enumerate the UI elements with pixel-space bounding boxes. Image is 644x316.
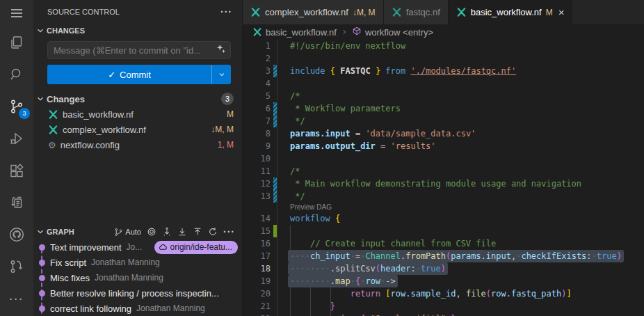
nextflow-file-icon xyxy=(250,7,261,17)
cloud-icon xyxy=(159,243,168,252)
menu-button[interactable] xyxy=(0,0,33,26)
line-number: 14 xyxy=(243,212,271,225)
commit-button-main[interactable]: ✓ Commit xyxy=(47,65,211,84)
graph-push-button[interactable] xyxy=(193,227,202,237)
generate-commit-message-button[interactable] xyxy=(216,44,226,56)
code-text[interactable]: // Create input channel from CSV file xyxy=(271,237,496,250)
commit-button-label: Commit xyxy=(120,70,151,80)
code-text[interactable]: ····ch_input·=·Channel.fromPath(params.i… xyxy=(271,250,624,262)
sidebar-item-run-debug[interactable] xyxy=(0,123,33,155)
graph-goto-current-button[interactable] xyxy=(147,227,156,237)
code-text[interactable]: * Main workflow demonstrating module usa… xyxy=(271,177,581,190)
file-row-nextflow-config[interactable]: ⚙ nextflow.config 1, M xyxy=(33,137,242,152)
graph-section-header[interactable]: GRAPH Auto ··· xyxy=(33,224,242,239)
changes-count-badge: 3 xyxy=(221,93,234,105)
sidebar-item-source-control-graph[interactable] xyxy=(0,251,33,283)
graph-auto-button[interactable]: Auto xyxy=(114,228,141,237)
tab-fastqc[interactable]: fastqc.nf xyxy=(384,0,449,24)
changes-tree-header[interactable]: Changes 3 xyxy=(33,91,242,106)
code-text[interactable] xyxy=(271,152,290,165)
code-text[interactable]: params.output_dir = 'results' xyxy=(271,140,436,152)
sidebar-title-row: SOURCE CONTROL ··· xyxy=(33,0,242,23)
code-text[interactable]: workflow { xyxy=(271,212,340,225)
code-line-16: 16 // Create input channel from CSV file xyxy=(243,237,644,250)
file-row-basic-workflow[interactable]: basic_workflow.nf M xyxy=(33,106,242,122)
line-number: 4 xyxy=(243,77,271,90)
gutter-added-marker xyxy=(273,225,277,237)
line-number: 22 xyxy=(243,313,271,316)
sidebar-spacer xyxy=(33,152,242,224)
line-number: 5 xyxy=(243,90,271,102)
changes-section-header[interactable]: CHANGES xyxy=(33,23,242,38)
code-line-3: 3include { FASTQC } from './modules/fast… xyxy=(243,65,644,77)
code-text[interactable]: /* xyxy=(271,90,300,102)
code-line-21: 21 } xyxy=(243,300,644,313)
code-text[interactable]: params.input = 'data/sample_data.csv' xyxy=(271,127,476,140)
line-number: 11 xyxy=(243,165,271,177)
push-icon xyxy=(193,227,202,237)
git-graph-icon xyxy=(8,258,25,275)
nextflow-file-icon xyxy=(252,27,262,37)
commit-message-input[interactable] xyxy=(54,45,216,56)
code-text[interactable]: } xyxy=(271,300,335,313)
line-number: 15 xyxy=(243,225,271,237)
code-text[interactable]: /* xyxy=(271,165,300,177)
sidebar-item-references[interactable] xyxy=(0,187,33,219)
line-number: 18 xyxy=(243,262,271,275)
file-status: M xyxy=(227,109,234,119)
line-number: 21 xyxy=(243,300,271,313)
commit-message: Fix script xyxy=(50,258,86,268)
code-area[interactable]: 1#!/usr/bin/env nextflow23include { FAST… xyxy=(243,40,644,316)
sidebar-item-github[interactable] xyxy=(0,219,33,251)
line-number: 19 xyxy=(243,275,271,287)
gutter-modified-marker xyxy=(273,177,277,190)
code-text[interactable]: * Workflow parameters xyxy=(271,102,401,115)
tab-close-icon[interactable]: × xyxy=(558,7,565,17)
breadcrumb-symbol[interactable]: workflow <entry> xyxy=(365,27,433,38)
sidebar-item-extensions[interactable] xyxy=(0,155,33,187)
sidebar-item-explorer[interactable] xyxy=(0,26,33,58)
chevron-down-icon xyxy=(35,26,45,35)
sidebar-item-search[interactable] xyxy=(0,58,33,90)
line-number: 16 xyxy=(243,237,271,250)
sidebar-item-source-control[interactable]: 3 xyxy=(0,90,33,123)
scm-more-actions-button[interactable]: ··· xyxy=(220,6,232,17)
commit-message: Text improvement xyxy=(50,242,122,253)
tab-complex-workflow[interactable]: complex_workflow.nf ↓M, M xyxy=(243,0,384,24)
run-debug-icon xyxy=(8,130,25,147)
graph-more-actions-button[interactable]: ··· xyxy=(223,226,235,237)
code-text[interactable]: ········.map·{·row·-> xyxy=(271,275,398,287)
graph-actions: Auto ··· xyxy=(114,226,235,237)
line-number: 20 xyxy=(243,287,271,300)
codelens-preview-dag[interactable]: Preview DAG xyxy=(243,203,644,212)
code-line-17: 17····ch_input·=·Channel.fromPath(params… xyxy=(243,250,644,262)
code-text[interactable]: .view { "Sample: ${it}" } xyxy=(271,313,456,316)
graph-pull-button[interactable] xyxy=(177,227,187,237)
code-text[interactable]: #!/usr/bin/env nextflow xyxy=(271,40,405,52)
file-row-complex-workflow[interactable]: complex_workflow.nf ↓M, M xyxy=(33,122,242,137)
line-number: 1 xyxy=(243,40,271,52)
commit-row[interactable]: Better resolve linking / process inspect… xyxy=(33,285,242,301)
commit-row[interactable]: Text improvement Jo... origin/ide-featu.… xyxy=(33,239,242,255)
search-icon xyxy=(8,66,25,83)
commit-row[interactable]: correct link following Jonathan Manning xyxy=(33,301,242,316)
remote-branch-badge[interactable]: origin/ide-featu... xyxy=(154,241,238,254)
tab-basic-workflow[interactable]: basic_workflow.nf M × xyxy=(449,0,573,24)
more-actions-icon: ··· xyxy=(10,293,24,305)
line-number: 17 xyxy=(243,250,271,262)
commit-row[interactable]: Fix script Jonathan Manning xyxy=(33,255,242,270)
activity-bar-more-button[interactable]: ··· xyxy=(0,283,33,315)
fetch-icon xyxy=(162,227,172,237)
code-text[interactable] xyxy=(271,52,290,65)
code-line-8: 8params.input = 'data/sample_data.csv' xyxy=(243,127,644,140)
code-text[interactable] xyxy=(271,77,290,90)
code-text[interactable]: ········.splitCsv(header:·true) xyxy=(271,262,448,275)
commit-button[interactable]: ✓ Commit xyxy=(47,65,231,84)
commit-row[interactable]: Misc fixes Jonathan Manning xyxy=(33,270,242,285)
commit-dropdown-button[interactable] xyxy=(212,65,231,84)
code-text[interactable]: include { FASTQC } from './modules/fastq… xyxy=(271,65,516,77)
code-text[interactable]: return [row.sample_id, file(row.fastq_pa… xyxy=(271,287,572,300)
graph-refresh-button[interactable] xyxy=(208,227,218,237)
breadcrumb-file[interactable]: basic_workflow.nf xyxy=(266,27,337,38)
graph-fetch-button[interactable] xyxy=(162,227,172,237)
